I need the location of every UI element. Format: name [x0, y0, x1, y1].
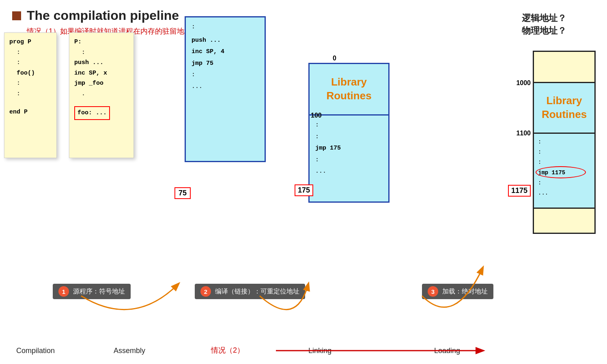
mem-label-1000: 1000 — [516, 79, 531, 87]
mem-yellow-bot — [533, 209, 596, 234]
slide: The compilation pipeline 情况（1）如果编译时就知道进程… — [0, 0, 607, 364]
linked-library-section: LibraryRoutines — [308, 63, 390, 116]
stage-label-compilation: Compilation — [16, 347, 55, 355]
mem-line5: : — [538, 178, 590, 188]
physical-addr-text: 物理地址？ — [522, 25, 566, 37]
linked-library-text: LibraryRoutines — [326, 75, 371, 103]
linked-label-175: 175 — [295, 184, 313, 196]
mem-library-text: LibraryRoutines — [542, 94, 587, 122]
source-block-2: P: : push ... inc SP, x jmp _foo . foo: … — [69, 32, 134, 158]
linked-code-section: : : jmp 175 : ... — [308, 116, 390, 203]
stage-label-loading: Loading — [434, 347, 460, 355]
logical-addr-text: 逻辑地址？ — [522, 12, 566, 25]
compiled-block: : push ... inc SP, 4 jmp 75 : ... — [185, 16, 266, 162]
linked-line5: ... — [315, 166, 383, 178]
src2-line3: push ... — [74, 58, 129, 68]
mem-jmp-line: jmp 1175 — [538, 168, 590, 178]
mem-line2: : — [538, 147, 590, 157]
memory-column: LibraryRoutines : : : jmp 1175 : ... — [533, 51, 596, 234]
compiled-line3: inc SP, 4 — [192, 46, 259, 58]
linked-label-100: 100 — [311, 112, 322, 119]
src2-foo-box: foo: ... — [74, 105, 129, 120]
badge-2-number: 2 — [200, 286, 211, 297]
stage-label-linking: Linking — [308, 347, 331, 355]
stage-label-assembly: Assembly — [114, 347, 145, 355]
src1-line6: : — [9, 89, 52, 99]
linked-line2: : — [315, 131, 383, 143]
badge-1-number: 1 — [58, 286, 69, 297]
mem-line1: : — [538, 137, 590, 147]
source-block-1: prog P : : foo() : : end P — [4, 32, 57, 158]
linked-line3: jmp 175 — [315, 143, 383, 154]
compiled-line4: jmp 75 — [192, 58, 259, 70]
badge-2: 2 编译（链接）：可重定位地址 — [195, 284, 305, 299]
badge-3-number: 3 — [428, 286, 438, 297]
src1-line2: : — [9, 47, 52, 58]
linked-line4: : — [315, 154, 383, 166]
src2-line2: : — [74, 47, 129, 58]
compiled-line1: : — [192, 21, 259, 33]
title-bullet — [12, 11, 21, 20]
stage-label-situation2: 情况（2） — [211, 345, 244, 355]
mem-content-section: : : : jmp 1175 : ... — [533, 134, 596, 209]
mem-label-1175: 1175 — [508, 185, 531, 197]
linked-line1: : — [315, 120, 383, 131]
mem-line6: ... — [538, 188, 590, 198]
src2-line6: . — [74, 89, 129, 99]
mem-line3: : — [538, 157, 590, 167]
src1-line7: end P — [9, 107, 52, 118]
badge-1: 1 源程序：符号地址 — [53, 284, 131, 299]
linked-label-0: 0 — [333, 55, 336, 62]
src1-line5: : — [9, 78, 52, 89]
src1-line3: : — [9, 58, 52, 68]
top-right-text: 逻辑地址？ 物理地址？ — [522, 12, 566, 37]
src2-line5: jmp _foo — [74, 78, 129, 89]
compiled-label-75: 75 — [174, 187, 191, 199]
slide-title: The compilation pipeline — [27, 8, 179, 23]
badge-3-text: 加载：绝对地址 — [442, 287, 488, 296]
compiled-line5: : — [192, 69, 259, 81]
badge-2-text: 编译（链接）：可重定位地址 — [215, 287, 299, 296]
badge-3: 3 加载：绝对地址 — [422, 284, 493, 299]
src1-line4: foo() — [9, 68, 52, 79]
mem-library-section: LibraryRoutines — [533, 83, 596, 134]
compiled-line2: push ... — [192, 35, 259, 47]
title-bar: The compilation pipeline — [12, 8, 595, 23]
src1-line1: prog P — [9, 37, 52, 47]
src2-line1: P: — [74, 37, 129, 47]
compiled-line6: ... — [192, 81, 259, 93]
mem-label-1100: 1100 — [516, 130, 531, 137]
src2-line4: inc SP, x — [74, 68, 129, 79]
mem-yellow-top — [533, 51, 596, 83]
badge-1-text: 源程序：符号地址 — [73, 287, 125, 296]
